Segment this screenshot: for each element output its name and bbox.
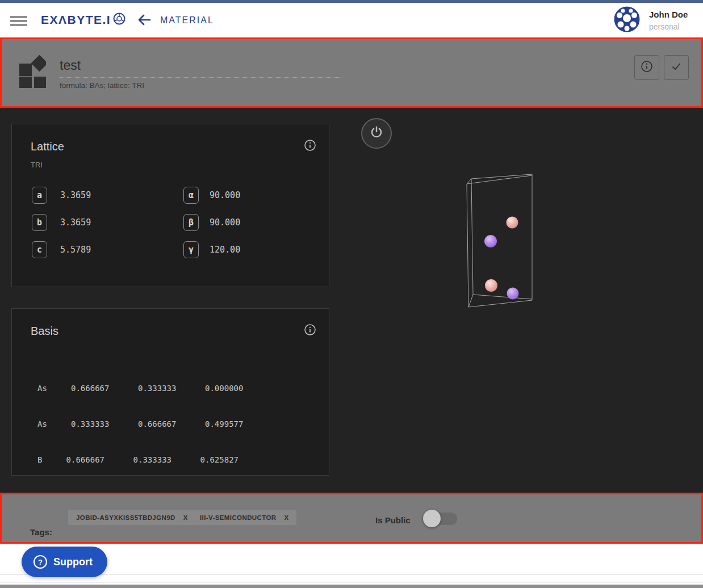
svg-text:?: ? (38, 558, 43, 566)
power-icon (369, 125, 384, 142)
check-icon (670, 60, 683, 75)
basis-row: As 0.666667 0.333333 0.000000 (37, 383, 243, 394)
lattice-b-value[interactable]: 3.3659 (60, 217, 91, 228)
bottom-scrollbar-strip[interactable] (0, 585, 703, 588)
tag-chip-label: III-V-SEMICONDUCTOR (200, 514, 277, 521)
buckyball-icon (113, 12, 125, 27)
tag-remove-icon[interactable]: X (183, 514, 188, 521)
hamburger-menu-icon[interactable] (10, 16, 27, 26)
viewer-power-button[interactable] (361, 118, 392, 149)
exabyte-logo[interactable]: EXΛBYTE.I (41, 12, 125, 27)
info-icon (641, 60, 653, 75)
footer: ? Support (0, 544, 703, 588)
basis-row: B 0.666667 0.333333 0.625827 (37, 454, 243, 466)
is-public-toggle[interactable] (424, 513, 457, 525)
question-icon: ? (33, 555, 48, 569)
is-public-label: Is Public (375, 515, 411, 525)
lattice-c-value[interactable]: 5.5789 (60, 245, 91, 255)
footer-divider (0, 582, 703, 583)
tag-chip-label: JOBID-ASYXKISS5TBDJGN9D (76, 514, 175, 521)
material-squares-icon (15, 55, 46, 88)
unit-cell-wireframe (467, 174, 532, 307)
lattice-info-icon[interactable] (304, 139, 316, 152)
tag-chip[interactable]: III-V-SEMICONDUCTOR X (192, 510, 296, 525)
lattice-gamma-value[interactable]: 120.00 (210, 245, 240, 255)
material-name-input[interactable]: test (60, 58, 342, 78)
footer-divider (0, 574, 703, 575)
lattice-title: Lattice (31, 140, 64, 153)
lattice-a-label: a (32, 187, 47, 204)
lattice-alpha-label: α (183, 187, 199, 204)
tags-label: Tags: (30, 527, 52, 537)
basis-card: Basis As 0.666667 0.333333 0.000000 As 0… (11, 308, 329, 476)
basis-info-icon[interactable] (304, 324, 316, 336)
logo-text: EXΛBYTE.I (41, 13, 111, 27)
atom-b-sphere[interactable] (484, 235, 497, 247)
lattice-type: TRI (31, 161, 43, 169)
lattice-gamma-label: γ (183, 241, 199, 258)
basis-title: Basis (31, 325, 58, 338)
lattice-beta-value[interactable]: 90.000 (210, 217, 240, 228)
lattice-a-value[interactable]: 3.3659 (60, 190, 91, 200)
toggle-knob[interactable] (423, 510, 441, 527)
info-button[interactable] (634, 55, 659, 80)
crystal-viewer[interactable] (341, 108, 703, 493)
support-button[interactable]: ? Support (22, 547, 107, 577)
user-account: personal (649, 22, 680, 31)
user-avatar[interactable] (614, 6, 640, 32)
main-content: Lattice TRI a 3.3659 b 3.3659 c 5.5789 α… (0, 108, 703, 493)
material-header-section: test formula: BAs; lattice: TRI (0, 37, 703, 108)
back-arrow-icon[interactable] (136, 12, 152, 28)
lattice-b-label: b (32, 214, 47, 231)
tag-chip[interactable]: JOBID-ASYXKISS5TBDJGN9D X (68, 510, 195, 525)
user-name: John Doe (649, 10, 688, 19)
lattice-card: Lattice TRI a 3.3659 b 3.3659 c 5.5789 α… (11, 124, 329, 287)
material-formula-subtitle: formula: BAs; lattice: TRI (60, 78, 342, 90)
topbar: EXΛBYTE.I MATERIAL (0, 3, 703, 37)
breadcrumb-material: MATERIAL (160, 15, 214, 26)
tag-remove-icon[interactable]: X (284, 514, 289, 521)
tags-section: Tags: JOBID-ASYXKISS5TBDJGN9D X III-V-SE… (0, 493, 703, 544)
atom-as-sphere[interactable] (485, 279, 497, 292)
lattice-c-label: c (32, 241, 47, 258)
material-title-block: test formula: BAs; lattice: TRI (60, 58, 342, 90)
atom-b-sphere[interactable] (507, 288, 519, 300)
basis-row: As 0.333333 0.666667 0.499577 (37, 418, 243, 430)
save-check-button[interactable] (664, 55, 689, 80)
lattice-alpha-value[interactable]: 90.000 (210, 190, 240, 200)
support-label: Support (53, 556, 93, 568)
atom-as-sphere[interactable] (507, 217, 518, 229)
lattice-beta-label: β (183, 214, 199, 231)
